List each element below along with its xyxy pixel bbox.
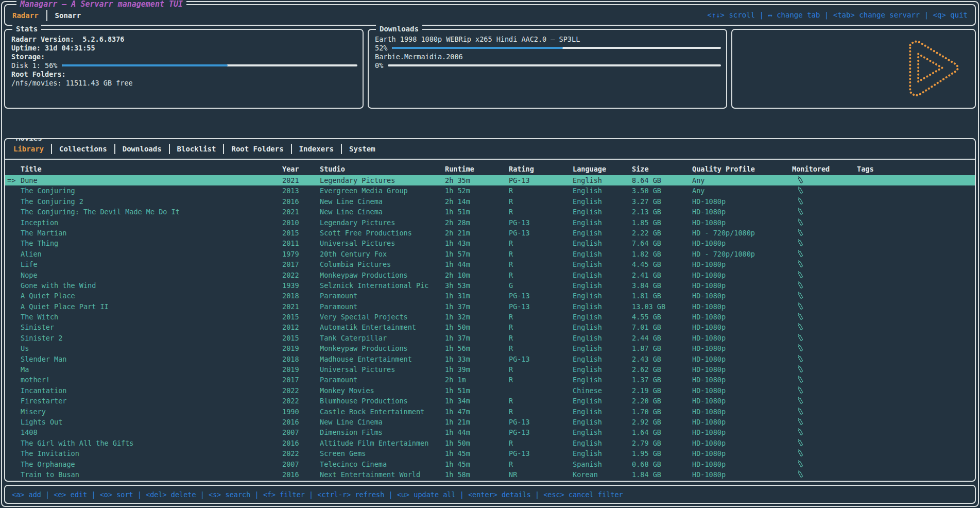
- servarr-tab-sonarr[interactable]: Sonarr: [55, 11, 81, 20]
- movie-table-row[interactable]: Us 2019 Monkeypaw Productions 1h 56m R E…: [5, 343, 975, 353]
- movie-table-row[interactable]: Firestarter 2022 Blumhouse Productions 1…: [5, 396, 975, 406]
- movie-table-row[interactable]: The Girl with All the Gifts 2016 Altitud…: [5, 438, 975, 448]
- movies-tab-indexers[interactable]: Indexers: [299, 145, 334, 153]
- monitored-tag-icon: [797, 397, 804, 404]
- download-item-name: Barbie.Mermaidia.2006: [375, 53, 721, 61]
- movie-runtime-cell: 2h 35m: [445, 175, 509, 185]
- movie-table-row[interactable]: Nope 2022 Monkeypaw Productions 2h 10m R…: [5, 270, 975, 280]
- monitored-tag-icon: [797, 218, 804, 226]
- movie-year-cell: 2021: [282, 207, 320, 217]
- movie-table-row[interactable]: Sinister 2012 Automatik Entertainment 1h…: [5, 322, 975, 332]
- movie-table-row[interactable]: The Orphanage 2007 Telecinco Cinema 1h 4…: [5, 459, 975, 469]
- movie-studio-cell: Altitude Film Entertainmen: [320, 438, 445, 448]
- movie-monitored-cell: [792, 354, 857, 364]
- movie-table-row[interactable]: The Thing 2011 Universal Pictures 1h 43m…: [5, 238, 975, 248]
- movie-rating-cell: PG-13: [509, 217, 573, 228]
- movie-table-row[interactable]: Incantation 2022 Monkey Movies 1h 51m Ch…: [5, 385, 975, 396]
- movie-table-row[interactable]: A Quiet Place 2018 Paramount 1h 31m PG-1…: [5, 291, 975, 301]
- movie-runtime-cell: 1h 32m: [445, 312, 509, 322]
- movies-tab-root-folders[interactable]: Root Folders: [231, 145, 283, 153]
- servarr-tab-radarr[interactable]: Radarr: [12, 11, 39, 20]
- movie-table-row[interactable]: A Quiet Place Part II 2021 Paramount 1h …: [5, 301, 975, 312]
- movies-tab-system[interactable]: System: [349, 145, 375, 153]
- movie-studio-cell: Selznick International Pic: [320, 280, 445, 291]
- movie-size-cell: 2.43 GB: [632, 354, 692, 364]
- movie-table-row[interactable]: The Conjuring 2013 Evergreen Media Group…: [5, 185, 975, 196]
- movie-language-cell: English: [573, 217, 632, 228]
- storage-label: Storage:: [11, 53, 357, 61]
- movie-table-row[interactable]: Misery 1990 Castle Rock Entertainment 1h…: [5, 407, 975, 417]
- movie-table-row[interactable]: Sinister 2 2015 Tank Caterpillar 1h 37m …: [5, 333, 975, 343]
- movie-size-cell: 1.64 GB: [632, 427, 692, 437]
- movie-year-cell: 2021: [282, 301, 320, 312]
- movie-title-cell: Misery: [21, 407, 282, 417]
- movie-year-cell: 2022: [282, 448, 320, 459]
- movie-rating-cell: PG-13: [509, 448, 573, 459]
- movie-table-row[interactable]: Life 2017 Columbia Pictures 1h 44m R Eng…: [5, 259, 975, 269]
- movie-table-row[interactable]: The Conjuring 2 2016 New Line Cinema 2h …: [5, 196, 975, 207]
- monitored-tag-icon: [797, 470, 804, 478]
- movie-monitored-cell: [792, 280, 857, 291]
- movie-title-cell: Sinister 2: [21, 333, 282, 343]
- movie-studio-cell: New Line Cinema: [320, 207, 445, 217]
- movie-table-row[interactable]: The Witch 2015 Very Special Projects 1h …: [5, 312, 975, 322]
- monitored-tag-icon: [797, 376, 804, 383]
- movie-title-cell: Lights Out: [21, 417, 282, 427]
- movie-table-row[interactable]: Gone with the Wind 1939 Selznick Interna…: [5, 280, 975, 291]
- movie-year-cell: 2010: [282, 217, 320, 228]
- movie-table-row[interactable]: The Martian 2015 Scott Free Productions …: [5, 228, 975, 238]
- movie-runtime-cell: 1h 43m: [445, 238, 509, 248]
- monitored-tag-icon: [797, 449, 804, 457]
- download-percent-label: 0%: [375, 61, 383, 70]
- movie-table-row[interactable]: => Dune 2021 Legendary Pictures 2h 35m P…: [5, 175, 975, 185]
- movie-runtime-cell: 2h 21m: [445, 228, 509, 238]
- monitored-tag-icon: [797, 313, 804, 320]
- movie-quality-cell: HD-1080p: [692, 364, 792, 375]
- movie-title-cell: Incantation: [21, 385, 282, 396]
- movie-rating-cell: R: [509, 207, 573, 217]
- movies-tab-collections[interactable]: Collections: [59, 145, 107, 153]
- movie-studio-cell: Telecinco Cinema: [320, 459, 445, 469]
- movie-language-cell: English: [573, 196, 632, 207]
- movie-table-row[interactable]: Inception 2010 Legendary Pictures 2h 28m…: [5, 217, 975, 228]
- movie-year-cell: 2017: [282, 259, 320, 269]
- movie-table-row[interactable]: mother! 2017 Paramount 2h 1m R English 1…: [5, 375, 975, 385]
- movie-table-row[interactable]: Ma 2019 Universal Pictures 1h 39m R Engl…: [5, 364, 975, 375]
- movie-table-row[interactable]: Alien 1979 20th Century Fox 1h 57m R Eng…: [5, 249, 975, 259]
- movie-size-cell: 1.70 GB: [632, 407, 692, 417]
- movie-table-row[interactable]: 1408 2007 Dimension Films 1h 44m PG-13 E…: [5, 427, 975, 437]
- movie-table-row[interactable]: Slender Man 2018 Madhouse Entertainment …: [5, 354, 975, 364]
- movie-table-row[interactable]: The Conjuring: The Devil Made Me Do It 2…: [5, 207, 975, 217]
- movie-table-row[interactable]: Lights Out 2016 New Line Cinema 1h 21m P…: [5, 417, 975, 427]
- movie-table-row[interactable]: Train to Busan 2016 Next Entertainment W…: [5, 469, 975, 480]
- movie-size-cell: 1.37 GB: [632, 375, 692, 385]
- movie-title-cell: The Conjuring: The Devil Made Me Do It: [21, 207, 282, 217]
- movie-rating-cell: G: [509, 280, 573, 291]
- footer-keybind-hints: <a> add | <e> edit | <o> sort | <del> de…: [12, 490, 623, 499]
- movie-monitored-cell: [792, 448, 857, 459]
- movie-runtime-cell: 1h 34m: [445, 396, 509, 406]
- movie-table-row[interactable]: The Invitation 2022 Screen Gems 1h 45m P…: [5, 448, 975, 459]
- root-folders-label: Root Folders:: [11, 70, 357, 79]
- movie-quality-cell: HD-1080p: [692, 417, 792, 427]
- movies-tab-downloads[interactable]: Downloads: [123, 145, 162, 153]
- movie-size-cell: 2.41 GB: [632, 270, 692, 280]
- movie-studio-cell: Monkeypaw Productions: [320, 343, 445, 353]
- movie-studio-cell: 20th Century Fox: [320, 249, 445, 259]
- movie-quality-cell: HD-1080p: [692, 407, 792, 417]
- movie-title-cell: The Martian: [21, 228, 282, 238]
- column-header-year: Year: [282, 165, 320, 173]
- movies-tab-blocklist[interactable]: Blocklist: [177, 145, 216, 153]
- movie-size-cell: 3.84 GB: [632, 280, 692, 291]
- movie-monitored-cell: [792, 207, 857, 217]
- movie-rating-cell: R: [509, 259, 573, 269]
- movie-language-cell: English: [573, 396, 632, 406]
- movie-studio-cell: Scott Free Productions: [320, 228, 445, 238]
- movie-year-cell: 2019: [282, 364, 320, 375]
- movie-title-cell: Sinister: [21, 322, 282, 332]
- movies-tab-library[interactable]: Library: [13, 145, 44, 153]
- movie-year-cell: 1939: [282, 280, 320, 291]
- movie-studio-cell: Paramount: [320, 291, 445, 301]
- movie-studio-cell: Tank Caterpillar: [320, 333, 445, 343]
- movie-studio-cell: Evergreen Media Group: [320, 185, 445, 196]
